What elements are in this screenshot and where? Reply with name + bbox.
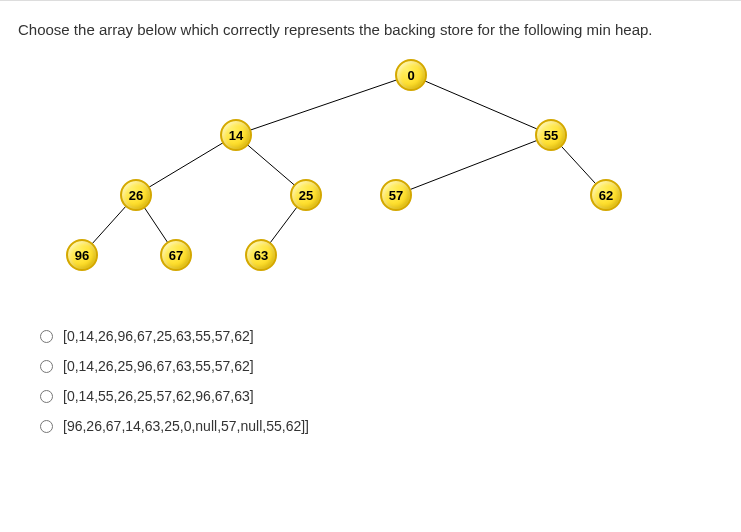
heap-node-67: 67 — [160, 239, 192, 271]
option-1[interactable]: [0,14,26,96,67,25,63,55,57,62] — [40, 328, 723, 344]
heap-edges — [36, 63, 676, 293]
option-3-radio[interactable] — [40, 390, 53, 403]
heap-node-96: 96 — [66, 239, 98, 271]
heap-node-0: 0 — [395, 59, 427, 91]
options-group: [0,14,26,96,67,25,63,55,57,62] [0,14,26,… — [40, 328, 723, 434]
heap-node-63: 63 — [245, 239, 277, 271]
heap-node-55: 55 — [535, 119, 567, 151]
option-1-label: [0,14,26,96,67,25,63,55,57,62] — [63, 328, 254, 344]
question-text: Choose the array below which correctly r… — [18, 21, 723, 38]
option-4-label: [96,26,67,14,63,25,0,null,57,null,55,62]… — [63, 418, 309, 434]
option-3[interactable]: [0,14,55,26,25,57,62,96,67,63] — [40, 388, 723, 404]
heap-node-14: 14 — [220, 119, 252, 151]
heap-diagram: 0 14 55 26 25 57 62 96 67 63 — [36, 63, 676, 293]
option-4-radio[interactable] — [40, 420, 53, 433]
option-2[interactable]: [0,14,26,25,96,67,63,55,57,62] — [40, 358, 723, 374]
heap-node-57: 57 — [380, 179, 412, 211]
option-3-label: [0,14,55,26,25,57,62,96,67,63] — [63, 388, 254, 404]
option-2-label: [0,14,26,25,96,67,63,55,57,62] — [63, 358, 254, 374]
option-2-radio[interactable] — [40, 360, 53, 373]
svg-line-1 — [411, 75, 551, 135]
svg-line-2 — [136, 135, 236, 195]
heap-node-26: 26 — [120, 179, 152, 211]
heap-node-25: 25 — [290, 179, 322, 211]
svg-line-4 — [396, 135, 551, 195]
option-4[interactable]: [96,26,67,14,63,25,0,null,57,null,55,62]… — [40, 418, 723, 434]
heap-node-62: 62 — [590, 179, 622, 211]
svg-line-0 — [236, 75, 411, 135]
option-1-radio[interactable] — [40, 330, 53, 343]
